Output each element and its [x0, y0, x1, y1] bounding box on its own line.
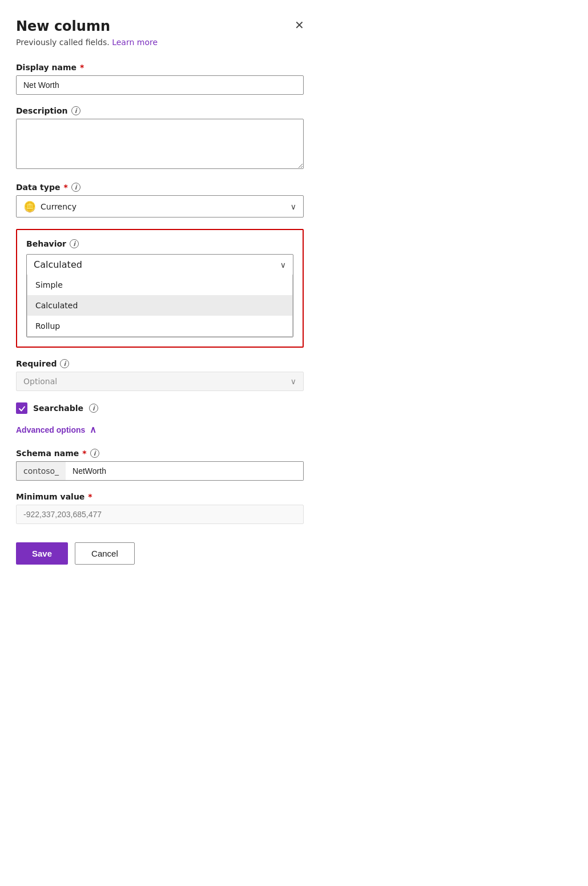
minimum-value-label: Minimum value * — [16, 492, 304, 501]
schema-name-label: Schema name * i — [16, 449, 304, 458]
display-name-input[interactable] — [16, 75, 304, 95]
schema-name-input-wrapper: contoso_ — [16, 461, 304, 481]
display-name-label-text: Display name — [16, 63, 76, 72]
schema-name-group: Schema name * i contoso_ — [16, 449, 304, 481]
behavior-options-list: Simple Calculated Rollup — [27, 275, 293, 337]
required-group: Required i Optional ∨ — [16, 359, 304, 391]
behavior-selected-display[interactable]: Calculated ∨ — [27, 255, 293, 275]
description-group: Description i — [16, 106, 304, 171]
close-button[interactable]: ✕ — [290, 16, 308, 34]
behavior-dropdown[interactable]: Calculated ∨ Simple Calculated Rollup — [26, 254, 293, 337]
behavior-option-simple[interactable]: Simple — [27, 275, 292, 295]
schema-prefix: contoso_ — [16, 461, 66, 481]
behavior-option-calculated[interactable]: Calculated — [27, 295, 292, 316]
required-select-value: Optional — [23, 377, 57, 386]
advanced-options-label: Advanced options — [16, 425, 85, 434]
required-chevron-icon: ∨ — [291, 377, 296, 386]
currency-icon: 🪙 — [23, 200, 36, 212]
advanced-options-chevron-icon: ∧ — [90, 424, 96, 435]
behavior-section: Behavior i Calculated ∨ Simple Calculate… — [16, 229, 304, 348]
behavior-info-icon[interactable]: i — [70, 239, 79, 248]
required-info-icon[interactable]: i — [60, 359, 69, 368]
data-type-required-star: * — [63, 183, 67, 192]
subtitle-text: Previously called fields. — [16, 38, 110, 47]
behavior-label: Behavior i — [26, 239, 293, 248]
behavior-chevron-icon: ∨ — [280, 260, 286, 269]
behavior-label-text: Behavior — [26, 239, 66, 248]
searchable-info-icon[interactable]: i — [89, 404, 98, 413]
minimum-value-required-star: * — [88, 492, 92, 501]
description-input[interactable] — [16, 119, 304, 169]
panel-title: New column — [16, 18, 304, 34]
schema-name-info-icon[interactable]: i — [90, 449, 99, 458]
required-select[interactable]: Optional ∨ — [16, 372, 304, 391]
panel-subtitle: Previously called fields. Learn more — [16, 38, 304, 47]
data-type-label: Data type * i — [16, 183, 304, 192]
minimum-value-label-text: Minimum value — [16, 492, 84, 501]
behavior-option-rollup[interactable]: Rollup — [27, 316, 292, 336]
data-type-chevron-icon: ∨ — [291, 202, 296, 211]
learn-more-link[interactable]: Learn more — [112, 38, 158, 47]
required-label-text: Required — [16, 359, 57, 368]
description-info-icon[interactable]: i — [71, 106, 80, 115]
save-button[interactable]: Save — [16, 542, 68, 565]
schema-name-input[interactable] — [66, 461, 304, 481]
advanced-options-toggle[interactable]: Advanced options ∧ — [16, 424, 96, 435]
description-label: Description i — [16, 106, 304, 115]
close-icon: ✕ — [295, 18, 304, 32]
minimum-value-input[interactable] — [16, 505, 304, 524]
data-type-select[interactable]: 🪙 Currency ∨ — [16, 195, 304, 218]
searchable-label: Searchable — [33, 404, 83, 413]
data-type-group: Data type * i 🪙 Currency ∨ — [16, 183, 304, 218]
display-name-label: Display name * — [16, 63, 304, 72]
required-star: * — [80, 63, 84, 72]
minimum-value-group: Minimum value * — [16, 492, 304, 524]
schema-name-required-star: * — [82, 449, 86, 458]
data-type-select-display[interactable]: 🪙 Currency ∨ — [16, 195, 304, 218]
behavior-selected-value: Calculated — [34, 259, 82, 270]
description-label-text: Description — [16, 106, 68, 115]
button-row: Save Cancel — [16, 542, 304, 565]
check-icon — [18, 405, 26, 412]
data-type-info-icon[interactable]: i — [71, 183, 80, 192]
searchable-row: Searchable i — [16, 402, 304, 414]
searchable-checkbox[interactable] — [16, 402, 27, 414]
required-label: Required i — [16, 359, 304, 368]
data-type-value: Currency — [41, 202, 76, 211]
schema-name-label-text: Schema name — [16, 449, 79, 458]
data-type-label-text: Data type — [16, 183, 60, 192]
cancel-button[interactable]: Cancel — [75, 542, 135, 565]
display-name-group: Display name * — [16, 63, 304, 95]
